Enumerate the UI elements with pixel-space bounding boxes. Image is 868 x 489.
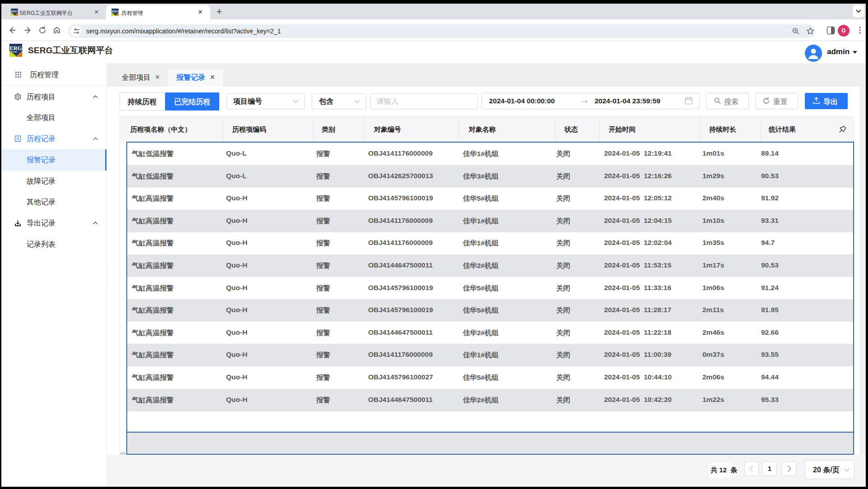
- svg-text:ERG: ERG: [9, 45, 22, 51]
- svg-text:Sample: Sample: [112, 12, 116, 13]
- svg-text:Sample: Sample: [11, 51, 17, 53]
- svg-text:ERG: ERG: [112, 9, 118, 13]
- svg-text:ERG: ERG: [11, 9, 18, 13]
- svg-text:Sample: Sample: [12, 12, 15, 13]
